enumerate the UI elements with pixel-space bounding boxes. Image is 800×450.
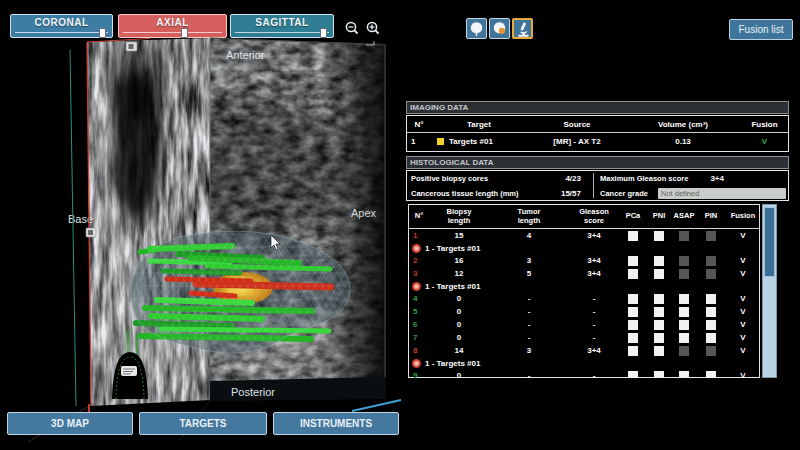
target-group-row: 1 - Targets #01 (409, 357, 759, 369)
positive-cores-label: Positive biopsy cores (411, 174, 488, 183)
checkbox[interactable] (628, 333, 638, 343)
slice-lock-icon[interactable] (126, 42, 137, 51)
biopsy-length: 0 (429, 331, 489, 344)
checkbox[interactable] (679, 371, 689, 379)
checkbox[interactable] (628, 346, 638, 356)
checkbox[interactable] (654, 294, 664, 304)
biopsy-table-row[interactable]: 21633+4V (409, 254, 759, 267)
checkbox[interactable] (654, 333, 664, 343)
checkbox[interactable] (679, 231, 689, 241)
biopsy-table-row[interactable]: 81433+4V (409, 344, 759, 357)
checkbox[interactable] (679, 307, 689, 317)
checkbox[interactable] (679, 269, 689, 279)
core-number: 6 (409, 318, 429, 331)
checkbox[interactable] (628, 231, 638, 241)
bottom-button-3d-map[interactable]: 3D MAP (7, 412, 133, 435)
bottom-button-instruments[interactable]: INSTRUMENTS (273, 412, 399, 435)
fusion-list-button[interactable]: Fusion list (729, 19, 793, 40)
biopsy-length: 12 (429, 267, 489, 280)
imaging-table-row[interactable]: 1Targets #01[MR] - AX T20.13V (407, 133, 788, 150)
tumor-length: - (489, 305, 569, 318)
tissue-length-value: 15/57 (561, 189, 581, 198)
core-number: 4 (409, 292, 429, 305)
bottom-button-targets[interactable]: TARGETS (139, 412, 267, 435)
checkbox[interactable] (654, 307, 664, 317)
scrollbar-thumb[interactable] (764, 207, 775, 277)
checkbox[interactable] (706, 346, 716, 356)
checkbox[interactable] (628, 294, 638, 304)
red-tick (88, 404, 90, 412)
checkbox[interactable] (706, 231, 716, 241)
tumor-length: - (489, 331, 569, 344)
biopsy-table-row[interactable]: 90--V (409, 369, 759, 378)
prostate-target-button[interactable] (489, 18, 510, 39)
biopsy-length: 0 (429, 318, 489, 331)
checkbox[interactable] (628, 371, 638, 379)
biopsy-table-row[interactable]: 40--V (409, 292, 759, 305)
microscope-button[interactable] (512, 18, 533, 39)
biopsy-table-row[interactable]: 60--V (409, 318, 759, 331)
biopsy-table-row[interactable]: 50--V (409, 305, 759, 318)
target-color-swatch (437, 138, 444, 145)
tumor-length: 5 (489, 267, 569, 280)
core-number: 7 (409, 331, 429, 344)
checkbox[interactable] (679, 256, 689, 266)
biopsy-table-scrollbar[interactable] (762, 204, 777, 378)
checkbox[interactable] (628, 269, 638, 279)
gleason-score: - (569, 331, 619, 344)
checkbox[interactable] (706, 307, 716, 317)
tumor-length: - (489, 292, 569, 305)
checkbox[interactable] (654, 320, 664, 330)
checkbox[interactable] (706, 294, 716, 304)
biopsy-table-row[interactable]: 11543+4V (409, 229, 759, 242)
red-target-dot-icon (412, 244, 421, 253)
checkbox[interactable] (706, 256, 716, 266)
checkbox[interactable] (706, 269, 716, 279)
biopsy-length: 0 (429, 369, 489, 378)
checkbox[interactable] (628, 307, 638, 317)
gleason-score: - (569, 292, 619, 305)
checkbox[interactable] (679, 294, 689, 304)
base-lock-icon[interactable] (86, 228, 96, 237)
red-target-dot-icon (412, 282, 421, 291)
core-number: 8 (409, 344, 429, 357)
fusion-check: V (725, 344, 759, 357)
prostate-map-icon (467, 19, 486, 38)
biopsy-table-row[interactable]: 70--V (409, 331, 759, 344)
target-group-row: 1 - Targets #01 (409, 242, 759, 254)
checkbox[interactable] (654, 256, 664, 266)
target-name: Targets #01 (431, 137, 527, 146)
checkbox[interactable] (654, 346, 664, 356)
checkbox[interactable] (706, 320, 716, 330)
checkbox[interactable] (654, 371, 664, 379)
imaging-header-cell: Target (431, 120, 527, 129)
guide-line (70, 50, 76, 406)
tumor-length: 3 (489, 254, 569, 267)
gleason-score-label: Maximum Gleason score (600, 174, 688, 183)
checkbox[interactable] (628, 320, 638, 330)
checkbox[interactable] (654, 231, 664, 241)
checkbox[interactable] (679, 333, 689, 343)
checkbox[interactable] (679, 320, 689, 330)
prostate-map-button[interactable] (466, 18, 487, 39)
target-number: 1 (407, 137, 431, 146)
fusion-check: V (725, 331, 759, 344)
biopsy-length: 0 (429, 292, 489, 305)
cancer-grade-label: Cancer grade (600, 189, 648, 198)
gleason-score: - (569, 318, 619, 331)
biopsy-header-cell: PCa (619, 205, 647, 228)
biopsy-table-header: N°Biopsy lengthTumor lengthGleason score… (409, 205, 759, 229)
biopsy-table-row[interactable]: 31253+4V (409, 267, 759, 280)
checkbox[interactable] (654, 269, 664, 279)
application-window: CORONALAXIALSAGITTAL (0, 0, 800, 450)
biopsy-length: 0 (429, 305, 489, 318)
biopsy-header-cell: Fusion (725, 205, 761, 228)
checkbox[interactable] (706, 371, 716, 379)
checkbox[interactable] (706, 333, 716, 343)
3d-viewport[interactable]: Base (0, 0, 405, 450)
biopsy-length: 16 (429, 254, 489, 267)
checkbox[interactable] (679, 346, 689, 356)
checkbox[interactable] (628, 256, 638, 266)
cancer-grade-input[interactable]: Not defined (658, 188, 786, 199)
target-volume-value: 0.13 (627, 137, 739, 146)
